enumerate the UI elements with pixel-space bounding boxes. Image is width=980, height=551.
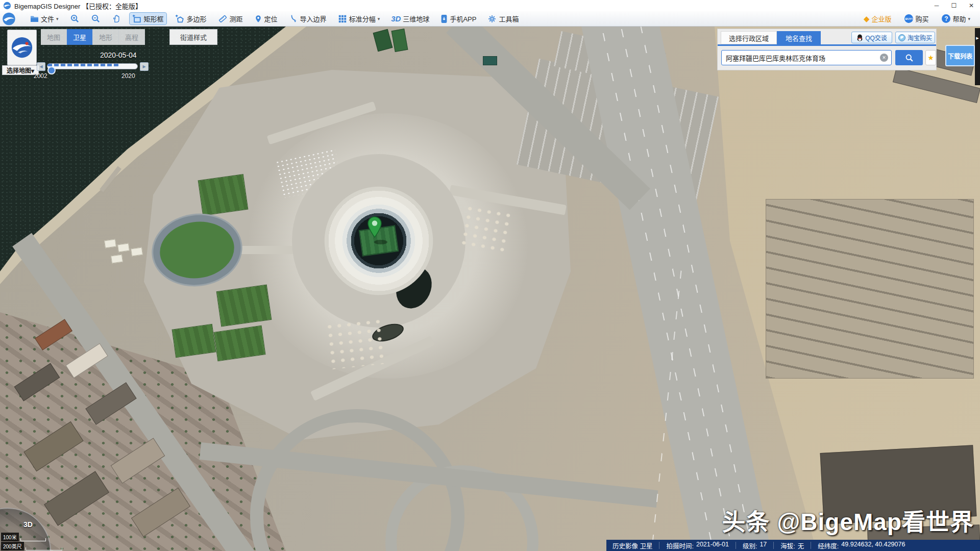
timeline-prev-button[interactable]: ◀ [37,62,45,71]
watermark-handle: @BigeMap看世界 [777,509,974,535]
hand-icon [112,14,121,23]
status-layer: 历史影像 卫星 [612,541,652,550]
qq-chat-button[interactable]: QQ交谈 [851,32,892,43]
favorite-star-button[interactable]: ★ [925,50,936,65]
timeline-slider-track[interactable] [47,63,138,69]
file-menu[interactable]: 文件▾ [28,13,61,24]
buy-badge-icon: BUY! [904,14,913,23]
ornamental-garden [459,204,517,254]
main-toolbar: 文件▾ 矩形框 多边形 测距 定位 导入边界 [0,11,980,27]
import-boundary-tool[interactable]: 导入边界 [286,13,329,24]
divider [736,542,736,549]
globe-icon [10,36,34,59]
grass-field [172,324,216,358]
tent-structure [131,247,143,257]
teal-pond [483,56,497,65]
3d-view-button[interactable]: 3D [23,520,33,529]
select-map-button[interactable] [7,30,37,65]
green-pond [373,29,393,52]
taobao-buy-button[interactable]: 淘宝购买 [895,32,935,43]
search-panel: 选择行政区域 地名查找 QQ交谈 淘宝购买 ✕ ★ [717,29,937,70]
caret-down-icon: ▾ [968,16,970,21]
location-marker-pin [366,216,383,243]
tab-underline [718,44,936,46]
download-list-button[interactable]: 下载列表 [945,45,975,66]
pan-tool-button[interactable] [109,13,124,24]
help-menu[interactable]: ? 帮助▾ [939,13,973,24]
grass-field [198,174,249,216]
minimize-button[interactable]: ─ [928,0,945,11]
rect-frame-tool[interactable]: 矩形框 [130,13,166,24]
window-title: BigemapGIS Designer 【已授权：全能版】 [14,1,142,11]
caret-down-icon: ▾ [56,16,59,21]
standard-sheet-tool[interactable]: 标准分幅▾ [335,13,383,24]
status-zoom-level: 级别: 17 [743,541,767,550]
status-altitude: 海拔: 无 [780,541,804,550]
divider [659,542,659,549]
phone-icon [440,14,448,23]
green-pond [391,29,408,52]
timeline-next-button[interactable]: ▶ [140,62,149,71]
search-button[interactable] [895,50,923,65]
scale-bar [20,538,46,541]
search-icon [905,54,914,62]
timeline-start-year: 2002 [34,72,47,80]
scale-indicator-metric: 100米 [1,533,46,541]
mobile-app-tool[interactable]: 手机APP [438,13,479,24]
caret-down-icon: ▾ [378,16,380,21]
tab-terrain[interactable]: 地形 [93,29,119,45]
divider [811,542,811,549]
tab-satellite[interactable]: 卫星 [67,29,93,45]
tab-place-search[interactable]: 地名查找 [777,31,821,44]
enterprise-button[interactable]: ◆ 企业版 [861,13,894,24]
taobao-icon [898,34,905,41]
app-logo-icon [3,2,11,10]
layer-tab-bar: 地图 卫星 地形 高程 街道样式 [41,29,217,45]
tent-structure [117,243,130,253]
timeline-end-year: 2020 [121,72,135,80]
status-capture-time: 拍摄时间: 2021-06-01 [666,541,728,550]
panel-collapse-handle[interactable]: ▶ [975,28,980,85]
buy-button[interactable]: BUY! 购买 [902,13,931,24]
status-bar: 历史影像 卫星 拍摄时间: 2021-06-01 级别: 17 海拔: 无 经纬… [606,540,980,551]
bigemap-logo-icon [2,12,21,26]
gear-icon [487,14,497,23]
question-icon: ? [942,14,950,23]
divider [773,542,774,549]
title-bar: BigemapGIS Designer 【已授权：全能版】 ─ ☐ ✕ [0,0,980,11]
place-search-input[interactable] [721,50,892,65]
zoom-out-button[interactable] [88,13,103,24]
tab-admin-region[interactable]: 选择行政区域 [721,31,777,44]
watermark-brand: 头条 [722,509,770,535]
qq-penguin-icon [856,34,863,41]
tent-structure [111,255,123,264]
satellite-map-canvas[interactable] [0,27,980,551]
tab-elevation[interactable]: 高程 [119,29,145,45]
pin-icon [366,216,383,243]
measure-tool[interactable]: 测距 [215,13,246,24]
zoom-in-button[interactable] [67,13,82,24]
clear-input-icon[interactable]: ✕ [880,54,888,62]
3d-glyph: 3D [391,14,401,23]
tent-structure [104,239,116,248]
status-coordinates: 经纬度: 49.924632, 40.429076 [818,541,905,550]
locate-tool[interactable]: 定位 [252,13,280,24]
import-arrow-icon [289,14,298,23]
scale-bar [26,547,62,550]
grid-icon [338,14,347,23]
maximize-button[interactable]: ☐ [945,0,963,11]
toolbox-tool[interactable]: 工具箱 [485,13,521,24]
folder-icon [30,15,39,22]
ruler-icon [218,14,228,23]
close-button[interactable]: ✕ [963,0,980,11]
zoom-out-icon [91,14,101,23]
globe-3d-tool[interactable]: 3D 三维地球 [388,13,432,24]
timeline-slider-thumb[interactable] [47,66,56,74]
tab-street-style[interactable]: 街道样式 [169,29,217,45]
diamond-icon: ◆ [864,14,870,23]
pin-icon [254,14,262,23]
polygon-tool[interactable]: 多边形 [173,13,209,24]
tab-map[interactable]: 地图 [41,29,67,45]
bigemap-gis-window: BigemapGIS Designer 【已授权：全能版】 ─ ☐ ✕ 文件▾ … [0,0,980,551]
timeline-progress [47,64,119,66]
